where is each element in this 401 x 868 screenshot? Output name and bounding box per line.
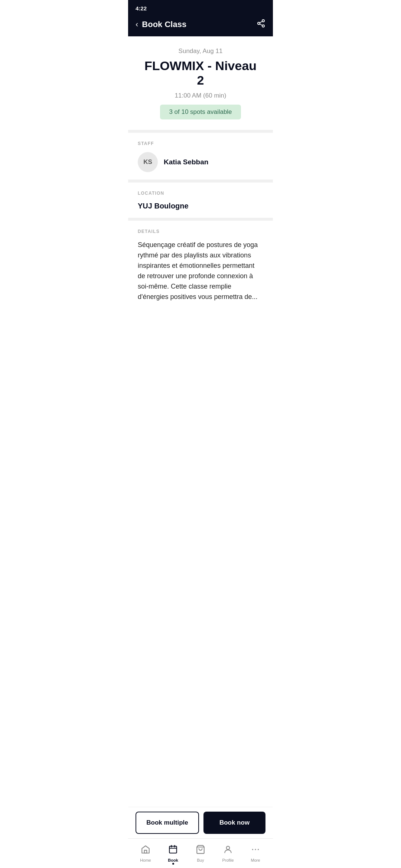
- staff-name: Katia Sebban: [164, 158, 208, 166]
- details-section: DETAILS Séquençage créatif de postures d…: [128, 221, 273, 309]
- back-button[interactable]: ‹ Book Class: [136, 20, 186, 29]
- section-divider-3: [128, 218, 273, 221]
- back-arrow-icon: ‹: [136, 20, 138, 29]
- class-date: Sunday, Aug 11: [139, 47, 262, 55]
- svg-line-4: [260, 22, 263, 23]
- details-label: DETAILS: [138, 229, 263, 234]
- header: ‹ Book Class: [128, 15, 273, 36]
- staff-avatar: KS: [138, 152, 158, 172]
- staff-row: KS Katia Sebban: [138, 152, 263, 172]
- location-name: YUJ Boulogne: [138, 202, 263, 210]
- status-bar: 4:22: [128, 0, 273, 15]
- svg-line-3: [260, 24, 263, 26]
- status-time: 4:22: [136, 5, 147, 11]
- location-label: LOCATION: [138, 191, 263, 196]
- class-info-section: Sunday, Aug 11 FLOWMIX - Niveau 2 11:00 …: [128, 36, 273, 130]
- staff-section: STAFF KS Katia Sebban: [128, 133, 273, 180]
- share-icon[interactable]: [257, 19, 265, 30]
- content-area: Sunday, Aug 11 FLOWMIX - Niveau 2 11:00 …: [128, 36, 273, 369]
- location-section: LOCATION YUJ Boulogne: [128, 183, 273, 218]
- staff-label: STAFF: [138, 141, 263, 146]
- class-time: 11:00 AM (60 min): [139, 92, 262, 99]
- header-title: Book Class: [142, 20, 186, 29]
- section-divider-1: [128, 130, 273, 133]
- class-name: FLOWMIX - Niveau 2: [139, 59, 262, 88]
- section-divider-2: [128, 180, 273, 183]
- spots-badge: 3 of 10 spots available: [160, 105, 241, 119]
- details-text: Séquençage créatif de postures de yoga r…: [138, 240, 263, 302]
